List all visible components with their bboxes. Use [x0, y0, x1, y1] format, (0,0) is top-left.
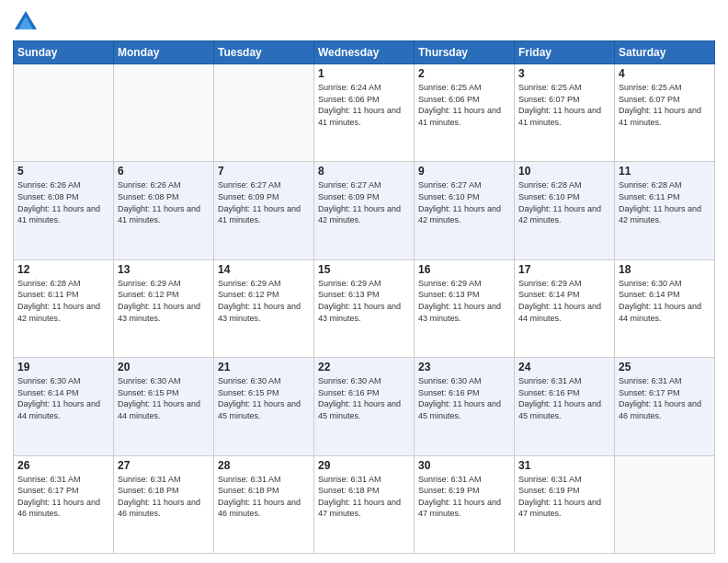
- weekday-header-wednesday: Wednesday: [314, 41, 415, 64]
- day-number: 9: [418, 165, 510, 178]
- calendar-cell-day: 11Sunrise: 6:28 AMSunset: 6:11 PMDayligh…: [615, 162, 715, 259]
- day-info: Sunrise: 6:30 AMSunset: 6:16 PMDaylight:…: [418, 375, 510, 421]
- calendar-cell-day: 6Sunrise: 6:26 AMSunset: 6:08 PMDaylight…: [114, 162, 214, 259]
- calendar-cell-empty: [14, 64, 114, 162]
- weekday-header-tuesday: Tuesday: [214, 41, 314, 64]
- calendar-week-row: 19Sunrise: 6:30 AMSunset: 6:14 PMDayligh…: [14, 358, 715, 455]
- day-number: 1: [318, 67, 410, 80]
- day-number: 4: [619, 67, 711, 80]
- day-info: Sunrise: 6:25 AMSunset: 6:07 PMDaylight:…: [518, 82, 610, 128]
- calendar-cell-day: 19Sunrise: 6:30 AMSunset: 6:14 PMDayligh…: [14, 358, 114, 455]
- day-number: 30: [418, 459, 510, 472]
- day-number: 20: [118, 361, 210, 373]
- day-number: 8: [318, 165, 410, 178]
- weekday-header-saturday: Saturday: [615, 41, 715, 64]
- calendar-cell-day: 13Sunrise: 6:29 AMSunset: 6:12 PMDayligh…: [114, 259, 214, 357]
- calendar-cell-day: 16Sunrise: 6:29 AMSunset: 6:13 PMDayligh…: [415, 259, 515, 357]
- logo-icon: [13, 9, 39, 35]
- day-number: 28: [218, 459, 310, 472]
- calendar-cell-day: 3Sunrise: 6:25 AMSunset: 6:07 PMDaylight…: [515, 64, 615, 162]
- day-info: Sunrise: 6:26 AMSunset: 6:08 PMDaylight:…: [17, 179, 109, 225]
- day-info: Sunrise: 6:27 AMSunset: 6:10 PMDaylight:…: [418, 179, 510, 225]
- day-info: Sunrise: 6:28 AMSunset: 6:11 PMDaylight:…: [17, 278, 109, 324]
- day-number: 3: [518, 67, 610, 80]
- calendar-cell-day: 29Sunrise: 6:31 AMSunset: 6:18 PMDayligh…: [314, 455, 415, 553]
- day-info: Sunrise: 6:31 AMSunset: 6:18 PMDaylight:…: [218, 474, 310, 520]
- day-info: Sunrise: 6:29 AMSunset: 6:13 PMDaylight:…: [318, 278, 410, 324]
- day-info: Sunrise: 6:30 AMSunset: 6:16 PMDaylight:…: [318, 375, 410, 421]
- calendar-week-row: 12Sunrise: 6:28 AMSunset: 6:11 PMDayligh…: [14, 259, 715, 357]
- calendar-cell-day: 2Sunrise: 6:25 AMSunset: 6:06 PMDaylight…: [415, 64, 515, 162]
- calendar-cell-day: 30Sunrise: 6:31 AMSunset: 6:19 PMDayligh…: [415, 455, 515, 553]
- day-number: 5: [17, 165, 109, 178]
- calendar-cell-empty: [214, 64, 314, 162]
- calendar-cell-empty: [114, 64, 214, 162]
- header: [13, 9, 715, 35]
- day-info: Sunrise: 6:26 AMSunset: 6:08 PMDaylight:…: [118, 179, 210, 225]
- calendar-cell-day: 10Sunrise: 6:28 AMSunset: 6:10 PMDayligh…: [515, 162, 615, 259]
- calendar-cell-day: 9Sunrise: 6:27 AMSunset: 6:10 PMDaylight…: [415, 162, 515, 259]
- day-info: Sunrise: 6:28 AMSunset: 6:10 PMDaylight:…: [518, 179, 610, 225]
- day-info: Sunrise: 6:30 AMSunset: 6:15 PMDaylight:…: [118, 375, 210, 421]
- calendar-week-row: 5Sunrise: 6:26 AMSunset: 6:08 PMDaylight…: [14, 162, 715, 259]
- day-number: 11: [619, 165, 711, 178]
- day-number: 14: [218, 263, 310, 276]
- day-number: 2: [418, 67, 510, 80]
- calendar-cell-day: 31Sunrise: 6:31 AMSunset: 6:19 PMDayligh…: [515, 455, 615, 553]
- day-info: Sunrise: 6:25 AMSunset: 6:07 PMDaylight:…: [619, 82, 711, 128]
- day-info: Sunrise: 6:31 AMSunset: 6:19 PMDaylight:…: [418, 474, 510, 520]
- day-info: Sunrise: 6:29 AMSunset: 6:12 PMDaylight:…: [218, 278, 310, 324]
- day-info: Sunrise: 6:31 AMSunset: 6:18 PMDaylight:…: [118, 474, 210, 520]
- day-info: Sunrise: 6:30 AMSunset: 6:14 PMDaylight:…: [619, 278, 711, 324]
- day-number: 25: [619, 361, 711, 373]
- calendar-cell-empty: [615, 455, 715, 553]
- day-number: 18: [619, 263, 711, 276]
- calendar-cell-day: 25Sunrise: 6:31 AMSunset: 6:17 PMDayligh…: [615, 358, 715, 455]
- day-number: 29: [318, 459, 410, 472]
- day-info: Sunrise: 6:24 AMSunset: 6:06 PMDaylight:…: [318, 82, 410, 128]
- day-info: Sunrise: 6:31 AMSunset: 6:16 PMDaylight:…: [518, 375, 610, 421]
- day-number: 15: [318, 263, 410, 276]
- calendar-cell-day: 22Sunrise: 6:30 AMSunset: 6:16 PMDayligh…: [314, 358, 415, 455]
- day-number: 26: [17, 459, 109, 472]
- calendar-cell-day: 4Sunrise: 6:25 AMSunset: 6:07 PMDaylight…: [615, 64, 715, 162]
- calendar-cell-day: 12Sunrise: 6:28 AMSunset: 6:11 PMDayligh…: [14, 259, 114, 357]
- calendar-cell-day: 28Sunrise: 6:31 AMSunset: 6:18 PMDayligh…: [214, 455, 314, 553]
- page: SundayMondayTuesdayWednesdayThursdayFrid…: [0, 0, 728, 563]
- calendar-table: SundayMondayTuesdayWednesdayThursdayFrid…: [13, 40, 715, 554]
- day-info: Sunrise: 6:30 AMSunset: 6:14 PMDaylight:…: [17, 375, 109, 421]
- calendar-cell-day: 18Sunrise: 6:30 AMSunset: 6:14 PMDayligh…: [615, 259, 715, 357]
- weekday-header-row: SundayMondayTuesdayWednesdayThursdayFrid…: [14, 41, 715, 64]
- calendar-cell-day: 8Sunrise: 6:27 AMSunset: 6:09 PMDaylight…: [314, 162, 415, 259]
- day-number: 22: [318, 361, 410, 373]
- day-info: Sunrise: 6:28 AMSunset: 6:11 PMDaylight:…: [619, 179, 711, 225]
- day-number: 24: [518, 361, 610, 373]
- logo: [13, 9, 40, 35]
- day-info: Sunrise: 6:27 AMSunset: 6:09 PMDaylight:…: [318, 179, 410, 225]
- day-number: 7: [218, 165, 310, 178]
- calendar-cell-day: 20Sunrise: 6:30 AMSunset: 6:15 PMDayligh…: [114, 358, 214, 455]
- calendar-week-row: 26Sunrise: 6:31 AMSunset: 6:17 PMDayligh…: [14, 455, 715, 553]
- calendar-cell-day: 21Sunrise: 6:30 AMSunset: 6:15 PMDayligh…: [214, 358, 314, 455]
- day-number: 31: [518, 459, 610, 472]
- day-info: Sunrise: 6:31 AMSunset: 6:17 PMDaylight:…: [619, 375, 711, 421]
- day-info: Sunrise: 6:29 AMSunset: 6:14 PMDaylight:…: [518, 278, 610, 324]
- day-info: Sunrise: 6:29 AMSunset: 6:12 PMDaylight:…: [118, 278, 210, 324]
- calendar-cell-day: 24Sunrise: 6:31 AMSunset: 6:16 PMDayligh…: [515, 358, 615, 455]
- day-number: 13: [118, 263, 210, 276]
- calendar-cell-day: 17Sunrise: 6:29 AMSunset: 6:14 PMDayligh…: [515, 259, 615, 357]
- day-number: 19: [17, 361, 109, 373]
- day-number: 10: [518, 165, 610, 178]
- day-info: Sunrise: 6:27 AMSunset: 6:09 PMDaylight:…: [218, 179, 310, 225]
- weekday-header-sunday: Sunday: [14, 41, 114, 64]
- calendar-cell-day: 5Sunrise: 6:26 AMSunset: 6:08 PMDaylight…: [14, 162, 114, 259]
- calendar-cell-day: 15Sunrise: 6:29 AMSunset: 6:13 PMDayligh…: [314, 259, 415, 357]
- day-info: Sunrise: 6:25 AMSunset: 6:06 PMDaylight:…: [418, 82, 510, 128]
- day-info: Sunrise: 6:31 AMSunset: 6:18 PMDaylight:…: [318, 474, 410, 520]
- day-number: 16: [418, 263, 510, 276]
- day-info: Sunrise: 6:31 AMSunset: 6:17 PMDaylight:…: [17, 474, 109, 520]
- day-number: 21: [218, 361, 310, 373]
- calendar-cell-day: 7Sunrise: 6:27 AMSunset: 6:09 PMDaylight…: [214, 162, 314, 259]
- day-info: Sunrise: 6:31 AMSunset: 6:19 PMDaylight:…: [518, 474, 610, 520]
- day-number: 12: [17, 263, 109, 276]
